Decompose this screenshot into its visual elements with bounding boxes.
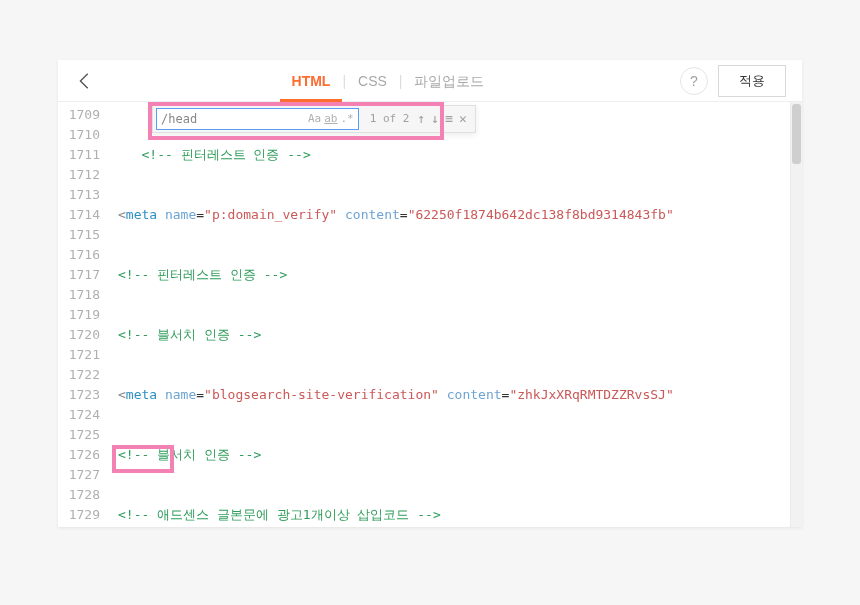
line-number: 1730 bbox=[58, 525, 100, 527]
tab-html[interactable]: HTML bbox=[280, 60, 343, 102]
code-line: <!-- 핀터레스트 인증 --> bbox=[118, 145, 802, 165]
find-input-wrap: Aa ab .* bbox=[156, 108, 359, 130]
find-regex-icon[interactable]: .* bbox=[341, 109, 354, 129]
line-number: 1716 bbox=[58, 245, 100, 265]
find-match-case-icon[interactable]: Aa bbox=[308, 109, 321, 129]
line-number: 1709 bbox=[58, 105, 100, 125]
code-line: <meta name="blogsearch-site-verification… bbox=[118, 385, 802, 405]
topbar: HTML | CSS | 파일업로드 ? 적용 bbox=[58, 60, 802, 102]
scrollbar[interactable] bbox=[790, 102, 802, 527]
find-next-icon[interactable]: ↓ bbox=[431, 109, 439, 129]
find-result-count: 1 of 2 bbox=[370, 109, 410, 129]
code-line: <!-- 블서치 인증 --> bbox=[118, 445, 802, 465]
find-toolbar: Aa ab .* 1 of 2 ↑ ↓ ≡ ✕ bbox=[152, 105, 476, 133]
tab-css[interactable]: CSS bbox=[346, 60, 399, 102]
line-number: 1721 bbox=[58, 345, 100, 365]
line-number: 1727 bbox=[58, 465, 100, 485]
find-nav: ↑ ↓ ≡ ✕ bbox=[418, 109, 467, 129]
line-number: 1728 bbox=[58, 485, 100, 505]
code-line: <!-- 핀터레스트 인증 --> bbox=[118, 265, 802, 285]
line-number: 1723 bbox=[58, 385, 100, 405]
line-number-gutter: 1709 1710 1711 1712 1713 1714 1715 1716 … bbox=[58, 102, 110, 527]
line-number: 1729 bbox=[58, 505, 100, 525]
code-area[interactable]: <!-- 핀터레스트 인증 --> <meta name="p:domain_v… bbox=[110, 102, 802, 527]
line-number: 1718 bbox=[58, 285, 100, 305]
line-number: 1711 bbox=[58, 145, 100, 165]
code-line: <!-- 애드센스 글본문에 광고1개이상 삽입코드 --> bbox=[118, 505, 802, 525]
line-number: 1715 bbox=[58, 225, 100, 245]
line-number: 1725 bbox=[58, 425, 100, 445]
code-line: <meta name="p:domain_verify" content="62… bbox=[118, 205, 802, 225]
line-number: 1724 bbox=[58, 405, 100, 425]
line-number: 1720 bbox=[58, 325, 100, 345]
find-prev-icon[interactable]: ↑ bbox=[418, 109, 426, 129]
help-button[interactable]: ? bbox=[680, 67, 708, 95]
line-number: 1719 bbox=[58, 305, 100, 325]
line-number: 1713 bbox=[58, 185, 100, 205]
line-number: 1722 bbox=[58, 365, 100, 385]
tab-upload[interactable]: 파일업로드 bbox=[402, 60, 496, 102]
line-number: 1710 bbox=[58, 125, 100, 145]
scrollbar-thumb[interactable] bbox=[792, 104, 801, 164]
line-number: 1712 bbox=[58, 165, 100, 185]
find-input[interactable] bbox=[161, 112, 305, 126]
find-whole-word-icon[interactable]: ab bbox=[324, 109, 337, 129]
apply-button[interactable]: 적용 bbox=[718, 65, 786, 97]
tabs: HTML | CSS | 파일업로드 bbox=[96, 60, 680, 102]
line-number: 1726 bbox=[58, 445, 100, 465]
code-line: <!-- 블서치 인증 --> bbox=[118, 325, 802, 345]
code-editor[interactable]: 1709 1710 1711 1712 1713 1714 1715 1716 … bbox=[58, 102, 802, 527]
back-arrow-icon[interactable] bbox=[74, 70, 96, 92]
editor-panel: HTML | CSS | 파일업로드 ? 적용 1709 1710 1711 1… bbox=[58, 60, 802, 527]
line-number: 1714 bbox=[58, 205, 100, 225]
find-selection-icon[interactable]: ≡ bbox=[445, 109, 453, 129]
line-number: 1717 bbox=[58, 265, 100, 285]
find-close-icon[interactable]: ✕ bbox=[459, 109, 467, 129]
